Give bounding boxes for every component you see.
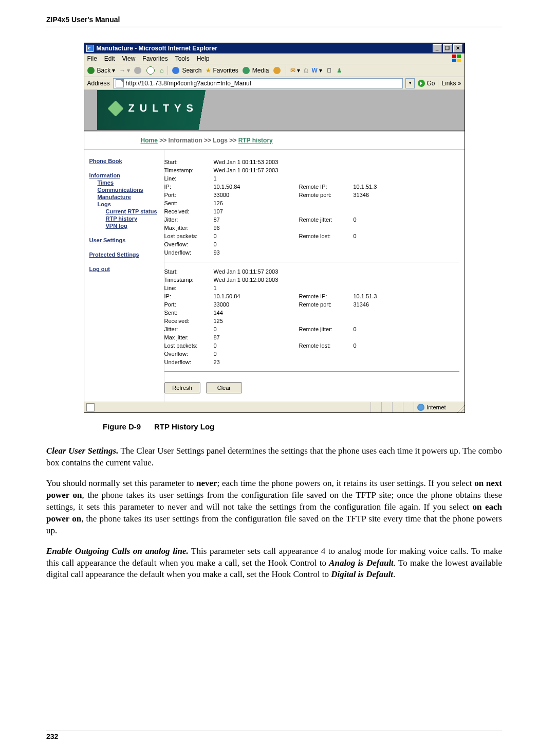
paragraph-clear-user-settings: Clear User Settings. The Clear User Sett…	[46, 445, 502, 469]
refresh-icon	[146, 66, 155, 75]
nav-communications[interactable]: Communications	[98, 187, 161, 193]
nav-information[interactable]: Information	[89, 172, 161, 178]
value: 0	[214, 325, 299, 333]
address-input[interactable]: http://10.1.73.8/mp4config?action=Info_M…	[113, 78, 403, 88]
browser-toolbar: Back ▾ → ▾ ⌂ Search ★ Favo	[84, 64, 465, 77]
footer: 232	[46, 730, 502, 741]
mail-button[interactable]: ✉▾	[290, 67, 300, 74]
maximize-button[interactable]: ❐	[443, 44, 452, 52]
home-icon: ⌂	[160, 67, 163, 74]
menu-view[interactable]: View	[122, 55, 136, 62]
refresh-button[interactable]: Refresh	[164, 382, 200, 393]
breadcrumb-home[interactable]: Home	[141, 137, 158, 144]
figure-title: RTP History Log	[154, 422, 214, 431]
chevron-down-icon: ▾	[112, 67, 115, 74]
title-bar: Manufacture - Microsoft Internet Explore…	[84, 43, 465, 53]
media-button[interactable]: Media	[243, 67, 269, 74]
media-label: Media	[252, 67, 269, 74]
home-button[interactable]: ⌂	[160, 67, 163, 74]
value: Wed Jan 1 00:11:57 2003	[214, 166, 459, 174]
record-separator	[164, 371, 459, 372]
clear-button[interactable]: Clear	[206, 382, 242, 393]
menu-edit[interactable]: Edit	[104, 55, 115, 62]
label: Remote port:	[299, 300, 354, 309]
back-button[interactable]: Back ▾	[87, 67, 116, 74]
stop-button[interactable]	[134, 67, 142, 74]
value: 33000	[214, 191, 299, 199]
breadcrumb-sep: >>	[204, 137, 211, 144]
print-button[interactable]: ⎙	[304, 67, 308, 74]
close-button[interactable]: ✕	[453, 44, 462, 52]
value: 144	[214, 309, 459, 317]
toolbar-separator	[286, 66, 286, 75]
nav-times[interactable]: Times	[98, 179, 161, 186]
figure-number: Figure D-9	[103, 422, 154, 431]
nav-logs[interactable]: Logs	[98, 201, 161, 207]
menu-tools[interactable]: Tools	[175, 55, 190, 62]
status-cell	[393, 402, 403, 412]
edit-button[interactable]: W▾	[312, 67, 322, 74]
rtp-record: Start:Wed Jan 1 00:11:57 2003 Timestamp:…	[164, 267, 459, 366]
mail-icon: ✉	[290, 67, 295, 74]
value: 0	[354, 232, 459, 240]
nav-phone-book[interactable]: Phone Book	[89, 158, 161, 164]
address-dropdown-button[interactable]: ▾	[405, 78, 415, 88]
refresh-button[interactable]	[146, 66, 156, 75]
nav-user-settings[interactable]: User Settings	[89, 237, 161, 243]
messenger-button[interactable]: ♟	[337, 67, 342, 74]
value: 0	[214, 240, 459, 248]
status-cell	[382, 402, 393, 412]
security-zone: Internet	[414, 404, 456, 411]
value: 0	[214, 341, 299, 350]
nav-manufacture[interactable]: Manufacture	[98, 194, 161, 200]
resize-grip[interactable]	[456, 402, 465, 412]
chevron-down-icon: ▾	[127, 67, 130, 74]
back-icon	[87, 67, 95, 74]
search-label: Search	[182, 67, 201, 74]
zultys-banner: ZULTYS	[84, 90, 465, 131]
label: Received:	[164, 207, 214, 215]
label: IP:	[164, 292, 214, 300]
star-icon: ★	[206, 67, 211, 74]
nav-protected-settings[interactable]: Protected Settings	[89, 251, 161, 258]
label: Timestamp:	[164, 276, 214, 284]
para-text: , the phone takes its user settings from…	[46, 490, 502, 512]
forward-button[interactable]: → ▾	[119, 67, 130, 74]
label: Overflow:	[164, 240, 214, 248]
value: 0	[354, 325, 459, 333]
links-button[interactable]: Links »	[438, 80, 461, 87]
label: IP:	[164, 183, 214, 191]
zone-label: Internet	[426, 404, 446, 410]
label: Jitter:	[164, 215, 214, 224]
value: 0	[354, 215, 459, 224]
label: Underflow:	[164, 248, 214, 257]
menu-help[interactable]: Help	[197, 55, 210, 62]
status-bar: Internet	[84, 402, 465, 412]
log-panel: Start:Wed Jan 1 00:11:53 2003 Timestamp:…	[164, 150, 465, 402]
label: Start:	[164, 267, 214, 276]
label: Remote jitter:	[299, 325, 354, 333]
value: 0	[214, 350, 459, 358]
para-bold: never	[196, 478, 217, 488]
para-lead: Enable Outgoing Calls on analog line.	[46, 546, 189, 556]
value: 10.1.50.84	[214, 183, 299, 191]
go-label: Go	[426, 80, 435, 87]
nav-log-out[interactable]: Log out	[89, 266, 161, 272]
nav-vpn-log[interactable]: VPN log	[106, 223, 161, 229]
value: 23	[214, 358, 459, 366]
discuss-button[interactable]: 🗒	[326, 67, 332, 74]
address-label: Address	[87, 80, 110, 87]
label: Remote jitter:	[299, 215, 354, 224]
nav-rtp-history[interactable]: RTP history	[106, 215, 161, 222]
window-title: Manufacture - Microsoft Internet Explore…	[97, 45, 217, 52]
breadcrumb-rtp[interactable]: RTP history	[238, 137, 273, 144]
favorites-button[interactable]: ★ Favorites	[206, 67, 238, 74]
minimize-button[interactable]: _	[433, 44, 442, 52]
nav-current-rtp[interactable]: Current RTP status	[106, 208, 161, 214]
menu-file[interactable]: File	[87, 55, 97, 62]
history-button[interactable]	[273, 67, 282, 74]
menu-favorites[interactable]: Favorites	[142, 55, 168, 62]
go-button[interactable]: Go	[418, 80, 435, 87]
value: 10.1.51.3	[354, 292, 459, 300]
search-button[interactable]: Search	[172, 67, 201, 74]
